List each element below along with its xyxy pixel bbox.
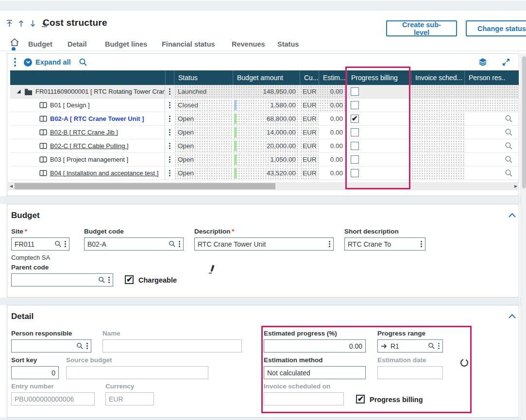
row-lookup-icon[interactable] bbox=[505, 169, 513, 177]
row-lookup-icon[interactable] bbox=[505, 115, 513, 123]
scrollbar-track[interactable] bbox=[15, 183, 512, 189]
row-lookup-icon[interactable] bbox=[505, 142, 513, 150]
grid-menu-icon[interactable] bbox=[14, 57, 16, 67]
table-row[interactable]: B02-A [ RTC Crane Tower Unit ]Open68,800… bbox=[10, 112, 519, 126]
row-menu-icon[interactable] bbox=[169, 101, 170, 109]
progress-range-options-icon[interactable] bbox=[438, 342, 440, 350]
site-options-icon[interactable] bbox=[65, 240, 66, 248]
tab-budget-lines[interactable]: Budget lines bbox=[105, 40, 147, 48]
collapse-budget-icon[interactable] bbox=[508, 212, 516, 218]
scrollbar-thumb[interactable] bbox=[15, 183, 275, 189]
tab-budget[interactable]: Budget bbox=[28, 40, 52, 48]
row-menu-icon[interactable] bbox=[169, 169, 170, 177]
create-sublevel-button[interactable]: Create sub-level bbox=[386, 20, 457, 36]
description-field[interactable]: RTC Crane Tower Unit bbox=[194, 237, 334, 251]
expand-all-button[interactable]: Expand all bbox=[24, 58, 71, 67]
previous-record-icon[interactable] bbox=[17, 19, 25, 28]
tab-home[interactable] bbox=[10, 38, 19, 47]
budget-code-lookup-icon[interactable] bbox=[169, 240, 176, 248]
estimated-value: 0.00 bbox=[330, 101, 343, 109]
site-field[interactable]: FR011 bbox=[11, 237, 69, 251]
row-menu-icon[interactable] bbox=[169, 115, 170, 122]
sort-key-field[interactable]: 0 bbox=[11, 366, 59, 379]
progress-billing-checkbox[interactable] bbox=[351, 169, 359, 177]
progress-range-lookup-icon[interactable] bbox=[428, 342, 435, 350]
next-record-icon[interactable] bbox=[29, 19, 36, 28]
currency-cell: EUR bbox=[300, 139, 319, 153]
budget-line-link[interactable]: B02-B [ RTC Crane Jib ] bbox=[50, 129, 118, 136]
chargeable-checkbox[interactable] bbox=[125, 275, 134, 284]
row-menu-icon[interactable] bbox=[169, 87, 170, 95]
progress-billing-checkbox[interactable] bbox=[351, 87, 359, 96]
layers-icon[interactable] bbox=[478, 58, 488, 67]
row-lookup-icon[interactable] bbox=[505, 128, 513, 136]
tab-status[interactable]: Status bbox=[277, 40, 299, 48]
progress-billing-checkbox[interactable] bbox=[351, 128, 359, 136]
table-row[interactable]: B03 [ Project management ]Open1,050.00EU… bbox=[10, 153, 519, 167]
grid-search-icon[interactable] bbox=[79, 58, 87, 67]
col-progress-billing[interactable]: Progress billing bbox=[347, 70, 411, 85]
person-options-icon[interactable] bbox=[86, 342, 88, 350]
estimation-method-field[interactable]: Not calculated bbox=[264, 366, 366, 379]
col-status[interactable]: Status bbox=[174, 70, 233, 85]
estimated-progress-field[interactable]: 0.00 bbox=[264, 339, 366, 353]
estimated-value: 0.00 bbox=[330, 129, 343, 136]
budget-code-options-icon[interactable] bbox=[179, 240, 180, 248]
description-options-icon[interactable] bbox=[329, 240, 330, 248]
table-row[interactable]: B01 [ Design ]Closed1,580.00EUR0.00 bbox=[10, 99, 519, 112]
col-budget-amount[interactable]: Budget amount bbox=[233, 70, 300, 85]
tab-financial-status[interactable]: Financial status bbox=[162, 40, 215, 48]
col-currency[interactable]: Cu... bbox=[300, 70, 319, 85]
currency-value: EUR bbox=[303, 156, 317, 163]
budget-code-field[interactable]: B02-A bbox=[84, 237, 184, 251]
fullscreen-icon[interactable] bbox=[502, 58, 510, 66]
status-color-bar bbox=[234, 154, 237, 165]
row-menu-icon[interactable] bbox=[169, 142, 170, 150]
site-lookup-icon[interactable] bbox=[54, 240, 62, 248]
jump-to-icon[interactable] bbox=[381, 343, 388, 349]
progress-billing-checkbox[interactable] bbox=[351, 155, 359, 164]
budget-line-link[interactable]: FR0111609000001 [ RTC Rotating Tower Cra… bbox=[35, 88, 165, 95]
first-record-icon[interactable] bbox=[6, 19, 13, 28]
table-row[interactable]: FR0111609000001 [ RTC Rotating Tower Cra… bbox=[10, 85, 519, 99]
progress-range-field[interactable]: R1 bbox=[377, 339, 443, 353]
tab-revenues[interactable]: Revenues bbox=[232, 40, 265, 48]
collapse-detail-icon[interactable] bbox=[508, 313, 516, 319]
budget-line-link[interactable]: B03 [ Project management ] bbox=[50, 156, 128, 163]
table-row[interactable]: B02-B [ RTC Crane Jib ]Open14,000.00EUR0… bbox=[10, 126, 519, 139]
parent-code-options-icon[interactable] bbox=[108, 276, 110, 284]
progress-billing-checkbox[interactable] bbox=[351, 115, 359, 123]
short-description-field[interactable]: RTC Crane To bbox=[344, 237, 425, 251]
person-responsible-field[interactable] bbox=[11, 339, 91, 353]
col-person-responsible[interactable]: Person res.. bbox=[464, 70, 519, 85]
vertical-scrollbar[interactable] bbox=[521, 53, 526, 420]
budget-line-link[interactable]: B02-C [ RTC Cable Pulling ] bbox=[50, 142, 129, 150]
row-lookup-icon[interactable] bbox=[505, 155, 513, 164]
parent-code-lookup-icon[interactable] bbox=[98, 276, 105, 284]
person-lookup-icon[interactable] bbox=[76, 342, 84, 350]
col-invoice-scheduled[interactable]: Invoice sched... bbox=[411, 70, 464, 85]
progress-billing-checkbox[interactable] bbox=[351, 101, 359, 109]
table-row[interactable]: B04 [ Installation and acceptance test ]… bbox=[10, 167, 519, 180]
scroll-right-arrow[interactable]: ▶ bbox=[512, 184, 519, 188]
short-description-options-icon[interactable] bbox=[421, 240, 422, 248]
parent-code-field[interactable] bbox=[11, 273, 113, 286]
budget-line-link[interactable]: B04 [ Installation and acceptance test ] bbox=[50, 169, 158, 177]
col-estimated[interactable]: Estim... bbox=[319, 70, 347, 85]
progress-billing-cell bbox=[347, 112, 411, 126]
change-status-button[interactable]: Change status bbox=[466, 20, 526, 36]
scroll-left-arrow[interactable]: ◀ bbox=[8, 184, 15, 188]
vertical-scrollbar-thumb[interactable] bbox=[522, 56, 526, 188]
pencil-edit-icon[interactable] bbox=[207, 264, 217, 274]
budget-line-link[interactable]: B01 [ Design ] bbox=[50, 101, 90, 109]
row-menu-icon[interactable] bbox=[169, 155, 170, 163]
progress-billing-checkbox[interactable] bbox=[351, 142, 359, 150]
expand-toggle-icon[interactable] bbox=[16, 89, 21, 94]
table-row[interactable]: B02-C [ RTC Cable Pulling ]Open20,000.00… bbox=[10, 139, 519, 153]
horizontal-scrollbar[interactable]: ◀ ▶ bbox=[8, 182, 519, 190]
row-menu-icon[interactable] bbox=[169, 128, 170, 136]
estimation-date-field bbox=[377, 366, 443, 379]
tab-detail[interactable]: Detail bbox=[68, 40, 87, 48]
progress-billing-checkbox[interactable] bbox=[356, 395, 365, 403]
budget-line-link[interactable]: B02-A [ RTC Crane Tower Unit ] bbox=[50, 115, 144, 122]
